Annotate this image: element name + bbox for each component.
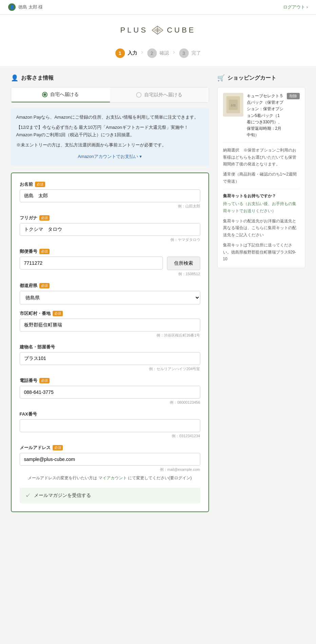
- cart-delivery-note: 納期選択 ※保管オプションご利用のお客様はどちらをお選びいただいても保管期間終了…: [223, 147, 300, 167]
- furigana-label: フリガナ 必須: [20, 215, 200, 221]
- phone-label: 電話番号 必須: [20, 378, 200, 384]
- cart-shipping-text: 通常便（商品到着・確認ののち1〜2週間で発送）: [223, 172, 297, 183]
- radio-other: [136, 92, 142, 98]
- cart-item-details: キューブセレクト 5点パック（保管オプション：保管オプション5着パック（1着につ…: [247, 93, 283, 138]
- step-2-label: 確認: [160, 50, 169, 56]
- cart-divider-1: [223, 142, 300, 143]
- step-1-label: 入力: [128, 50, 137, 56]
- phone-required: 必須: [39, 378, 50, 383]
- postal-input-wrap: [20, 257, 163, 270]
- email-hint: 例：mail@example.com: [20, 467, 200, 472]
- postal-label: 郵便番号 必須: [20, 248, 200, 255]
- step-1: 1 入力: [115, 48, 137, 58]
- customer-section-title: 👤 お客さま情報: [11, 74, 209, 82]
- cart-item-image: 衣類: [223, 93, 243, 117]
- step-1-num: 1: [115, 48, 125, 58]
- furigana-hint: 例：ヤマダタロウ: [20, 237, 200, 242]
- form-section: お名前 必須 例：山田太郎 フリガナ 必須 例：ヤマダタロウ 郵便番号: [11, 173, 209, 512]
- radio-home: [42, 92, 48, 97]
- amazon-pay-text1: Amazon Payなら、Amazonにご登録の住所、お支払い情報を利用して簡単…: [16, 114, 204, 121]
- user-icon: 👤: [8, 3, 16, 11]
- address-group: 市区町村・番地 必須 例：渋谷区桜丘町26番1号: [20, 310, 200, 338]
- furigana-group: フリガナ 必須 例：ヤマダタロウ: [20, 215, 200, 242]
- postal-group: 郵便番号 必須 住所検索 例：1508512: [20, 248, 200, 277]
- step-3: 3 完了: [179, 48, 201, 58]
- email-group: メールアドレス 必須 例：mail@example.com メールアドレスの変更…: [20, 445, 200, 481]
- step-3-num: 3: [179, 48, 189, 58]
- cart-collection-address-title: 集荷キットの配送先がお洋服の返送先と異なる場合は、こちらに集荷キットの配送先をご…: [223, 218, 300, 238]
- furigana-label-text: フリガナ: [20, 215, 37, 221]
- prefecture-label: 都道府県 必須: [20, 283, 200, 289]
- furigana-input[interactable]: [20, 223, 200, 236]
- cart-shipping-note: 通常便（商品到着・確認ののち1〜2週間で発送）: [223, 171, 300, 185]
- dropdown-icon: ▾: [140, 153, 142, 160]
- name-label-text: お名前: [20, 181, 33, 187]
- email-label-text: メールアドレス: [20, 445, 51, 451]
- phone-hint: 例：08000123456: [20, 400, 200, 405]
- postal-input[interactable]: [20, 257, 163, 269]
- name-group: お名前 必須 例：山田太郎: [20, 181, 200, 209]
- logo-area: PLUS CUBE: [0, 15, 316, 43]
- my-account-link[interactable]: マイアカウント: [98, 476, 127, 480]
- name-required: 必須: [35, 182, 45, 187]
- address-label-text: 市区町村・番地: [20, 310, 51, 317]
- building-hint: 例：セルリアンハイツ204号室: [20, 366, 200, 371]
- fax-group: FAX番号 例：0312341234: [20, 411, 200, 439]
- delete-button[interactable]: 削除: [287, 93, 300, 99]
- email-required: 必須: [53, 445, 63, 450]
- building-input[interactable]: [20, 352, 200, 365]
- postal-search-button[interactable]: 住所検索: [167, 257, 200, 270]
- logo-icon: [151, 25, 164, 35]
- newsletter-checkbox-area[interactable]: ✓ メールマガジンを受信する: [20, 488, 200, 503]
- left-column: 👤 お客さま情報 自宅へ届ける 自宅以外へ届ける Amazon Payなら、Am…: [11, 74, 209, 512]
- top-bar: 👤 徳島 太郎 様 ログアウト: [0, 0, 316, 15]
- delivery-other-label: 自宅以外へ届ける: [144, 92, 182, 98]
- check-icon: ✓: [25, 492, 31, 499]
- cart-title-text: ショッピングカート: [227, 75, 276, 82]
- amazon-pay-link[interactable]: Amazonアカウントでお支払い ▾: [16, 153, 204, 160]
- cart-section-title: 🛒 ショッピングカート: [217, 74, 305, 82]
- email-input[interactable]: [20, 453, 200, 466]
- address-hint: 例：渋谷区桜丘町26番1号: [20, 333, 200, 338]
- logout-link[interactable]: ログアウト: [283, 4, 308, 10]
- prefecture-group: 都道府県 必須 徳島県: [20, 283, 200, 304]
- fax-input[interactable]: [20, 419, 200, 432]
- postal-row: 住所検索: [20, 257, 200, 270]
- name-input[interactable]: [20, 189, 200, 202]
- newsletter-label: メールマガジンを受信する: [34, 492, 91, 499]
- delivery-other-option[interactable]: 自宅以外へ届ける: [110, 87, 209, 102]
- delivery-toggle: 自宅へ届ける 自宅以外へ届ける: [11, 87, 209, 103]
- building-label-text: 建物名・部屋番号: [20, 344, 55, 350]
- email-note-text2: にて変更してください(要ログイン): [128, 476, 192, 480]
- postal-hint: 例：1508512: [20, 271, 200, 277]
- fax-label-text: FAX番号: [20, 411, 37, 417]
- cart-collection-title: 集荷キットをお持ちですか？: [223, 193, 300, 199]
- address-label: 市区町村・番地 必須: [20, 310, 200, 317]
- amazon-pay-text3: ※未エントリーの方は、支払方法選択画面から事前エントリーが必要です。: [16, 141, 204, 149]
- delivery-home-option[interactable]: 自宅へ届ける: [11, 87, 110, 102]
- prefecture-select[interactable]: 徳島県: [20, 291, 200, 304]
- step-3-label: 完了: [191, 50, 201, 56]
- phone-input[interactable]: [20, 386, 200, 399]
- steps-area: 1 入力 › 2 確認 › 3 完了: [0, 43, 316, 66]
- right-column: 🛒 ショッピングカート 衣類 キューブセレクト 5点パック（保管オプション：保管…: [217, 74, 305, 512]
- fax-label: FAX番号: [20, 411, 200, 417]
- postal-required: 必須: [39, 249, 50, 254]
- person-icon: 👤: [11, 74, 18, 82]
- svg-text:衣類: 衣類: [230, 104, 236, 107]
- email-note-text1: メールアドレスの変更を行いたい方は: [28, 476, 97, 480]
- cart-icon: 🛒: [217, 74, 225, 82]
- building-label: 建物名・部屋番号: [20, 344, 200, 350]
- prefecture-label-text: 都道府県: [20, 283, 37, 289]
- user-name: 徳島 太郎 様: [18, 4, 43, 10]
- delivery-home-label: 自宅へ届ける: [50, 92, 79, 98]
- customer-title-text: お客さま情報: [21, 75, 54, 82]
- logo: PLUS CUBE: [0, 25, 316, 35]
- fax-hint: 例：0312341234: [20, 434, 200, 439]
- user-info: 👤 徳島 太郎 様: [8, 3, 43, 11]
- postal-label-text: 郵便番号: [20, 248, 37, 255]
- cart-collection-address: 集荷キットは下記住所に送ってください。徳島県板野郡藍住町勝瑞プラス929-10: [223, 242, 300, 262]
- logo-plus: PLUS: [120, 26, 148, 35]
- cart-section: 衣類 キューブセレクト 5点パック（保管オプション：保管オプション5着パック（1…: [217, 87, 305, 268]
- address-input[interactable]: [20, 319, 200, 331]
